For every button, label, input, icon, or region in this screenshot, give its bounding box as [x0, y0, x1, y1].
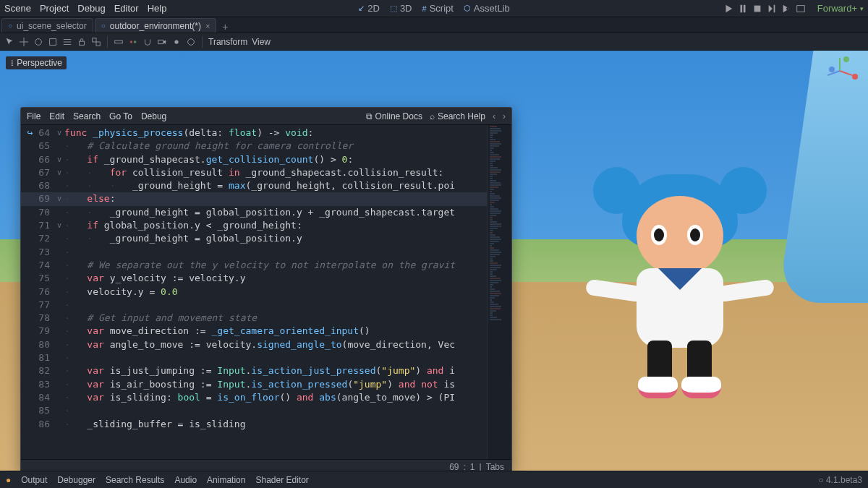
code-line[interactable]: 75· var y_velocity := velocity.y: [21, 272, 487, 285]
script-menu-search[interactable]: Search: [73, 111, 101, 121]
code-line[interactable]: 81·: [21, 351, 487, 364]
svg-rect-5: [80, 41, 85, 45]
script-online-docs[interactable]: ⧉Online Docs: [366, 111, 422, 121]
close-icon[interactable]: ×: [205, 22, 210, 30]
menu-help[interactable]: Help: [148, 3, 167, 14]
menu-debug[interactable]: Debug: [77, 3, 105, 14]
script-menubar: FileEditSearchGo ToDebug ⧉Online Docs⌕Se…: [21, 108, 511, 125]
ruler-icon[interactable]: [114, 37, 124, 47]
scene-tab[interactable]: ○ui_scene_selector: [1, 18, 93, 33]
code-line[interactable]: 78· # Get input and movement state: [21, 312, 487, 325]
code-line[interactable]: 84· var is_sliding: bool = is_on_floor()…: [21, 391, 487, 404]
list-select-icon[interactable]: [62, 37, 72, 47]
scale-icon[interactable]: [48, 37, 58, 47]
code-line[interactable]: 67v· · for collision_result in _ground_s…: [21, 166, 487, 179]
transform-menu[interactable]: Transform: [208, 37, 247, 47]
code-line[interactable]: 65· # Calculate ground height for camera…: [21, 140, 487, 153]
separator: [107, 36, 108, 48]
code-line[interactable]: 66v· if _ground_shapecast.get_collision_…: [21, 153, 487, 166]
code-line[interactable]: 71v· if global_position.y < _ground_heig…: [21, 219, 487, 232]
code-line[interactable]: 83· var is_air_boosting := Input.is_acti…: [21, 378, 487, 391]
indent-mode[interactable]: Tabs: [486, 462, 504, 471]
perspective-badge[interactable]: ⫶ Perspective: [6, 56, 67, 69]
view-menu[interactable]: View: [252, 37, 271, 47]
svg-point-1: [786, 7, 789, 10]
workspace-tab-3d[interactable]: ⬚3D: [390, 3, 412, 14]
bottom-panel-search-results[interactable]: Search Results: [106, 475, 164, 485]
sun-icon[interactable]: [171, 37, 182, 47]
version-label[interactable]: ○ 4.1.beta3: [818, 475, 862, 485]
rotate-icon[interactable]: [33, 37, 43, 47]
svg-point-3: [35, 38, 42, 45]
viewport-gizmo[interactable]: [832, 56, 861, 85]
menu-scene[interactable]: Scene: [4, 3, 31, 14]
bottom-panel-shader-editor[interactable]: Shader Editor: [255, 475, 308, 485]
workspace-tab-2d[interactable]: ↙2D: [358, 3, 380, 14]
select-icon[interactable]: [4, 37, 14, 47]
code-line[interactable]: 72· · _ground_height = global_position.y: [21, 232, 487, 245]
move-icon[interactable]: [19, 37, 29, 47]
play-custom-icon[interactable]: [781, 4, 791, 14]
menu-editor[interactable]: Editor: [114, 3, 139, 14]
pause-icon[interactable]: [738, 4, 748, 14]
scene-waterfall: [778, 51, 868, 303]
script-nav-back[interactable]: ‹: [493, 111, 495, 121]
lock-icon[interactable]: [77, 37, 87, 47]
script-nav-forward[interactable]: ›: [503, 111, 506, 121]
menu-project[interactable]: Project: [40, 3, 69, 14]
svg-rect-4: [50, 38, 56, 45]
svg-point-12: [174, 40, 178, 43]
bottom-panel-output[interactable]: Output: [21, 475, 47, 485]
svg-point-13: [188, 38, 195, 45]
minimap[interactable]: [487, 125, 511, 459]
code-line[interactable]: 82· var is_just_jumping := Input.is_acti…: [21, 364, 487, 377]
code-line[interactable]: 74· # We separate out the y velocity to …: [21, 259, 487, 272]
add-scene-icon[interactable]: +: [218, 21, 232, 33]
bottom-panel-debugger[interactable]: Debugger: [57, 475, 95, 485]
bottom-panel-animation[interactable]: Animation: [207, 475, 245, 485]
play-scene-icon[interactable]: [767, 4, 777, 14]
workspace-tab-script[interactable]: #Script: [422, 3, 454, 14]
code-line[interactable]: 68· · · _ground_height = max(_ground_hei…: [21, 179, 487, 192]
svg-rect-2: [796, 5, 804, 12]
svg-point-9: [130, 40, 133, 43]
script-menu-debug[interactable]: Debug: [141, 111, 166, 121]
code-line[interactable]: 79· var move_direction := _get_camera_or…: [21, 325, 487, 338]
svg-rect-11: [158, 40, 163, 43]
code-line[interactable]: 73·: [21, 246, 487, 259]
stop-icon[interactable]: [752, 4, 762, 14]
script-status-bar: 69 : 1 | Tabs: [21, 459, 511, 471]
svg-rect-0: [754, 5, 760, 12]
render-method-selector[interactable]: Forward+ ▾: [817, 3, 864, 14]
environment-icon[interactable]: [186, 37, 196, 47]
playback-controls: Forward+ ▾: [723, 3, 864, 14]
workspace-tab-assetlib[interactable]: ⬡AssetLib: [464, 3, 510, 14]
snap-icon[interactable]: [142, 37, 153, 47]
code-line[interactable]: 70· · _ground_height = global_position.y…: [21, 206, 487, 219]
svg-rect-7: [96, 42, 100, 46]
code-line[interactable]: 86· _sliding_buffer = is_sliding: [21, 418, 487, 431]
svg-rect-8: [115, 40, 123, 43]
script-menu-file[interactable]: File: [27, 111, 41, 121]
script-menu-edit[interactable]: Edit: [49, 111, 64, 121]
code-line[interactable]: ↪ 64vfunc _physics_process(delta: float)…: [21, 127, 487, 140]
local-space-icon[interactable]: [128, 37, 138, 47]
script-search-help[interactable]: ⌕Search Help: [430, 111, 485, 121]
cursor-line: 69: [449, 462, 459, 471]
bottom-panel-audio[interactable]: Audio: [174, 475, 197, 485]
movie-icon[interactable]: [796, 4, 806, 14]
code-line[interactable]: 69v· else:: [21, 192, 487, 205]
code-editor[interactable]: ↪ 64vfunc _physics_process(delta: float)…: [21, 125, 511, 459]
code-line[interactable]: 80· var angle_to_move := velocity.signed…: [21, 338, 487, 351]
camera-override-icon[interactable]: [157, 37, 167, 47]
group-icon[interactable]: [91, 37, 101, 47]
bottom-dock: ●OutputDebuggerSearch ResultsAudioAnimat…: [0, 471, 868, 488]
code-line[interactable]: 85·: [21, 404, 487, 417]
3d-viewport[interactable]: ⫶ Perspective FileEditSearchGo ToDebug ⧉…: [0, 51, 868, 471]
scene-tab[interactable]: ○outdoor_environment(*)×: [95, 18, 217, 33]
code-line[interactable]: 77·: [21, 299, 487, 312]
workspace-tabs: ↙2D⬚3D#Script⬡AssetLib: [358, 3, 509, 14]
script-menu-go-to[interactable]: Go To: [109, 111, 132, 121]
code-line[interactable]: 76· velocity.y = 0.0: [21, 286, 487, 299]
play-icon[interactable]: [723, 4, 733, 14]
